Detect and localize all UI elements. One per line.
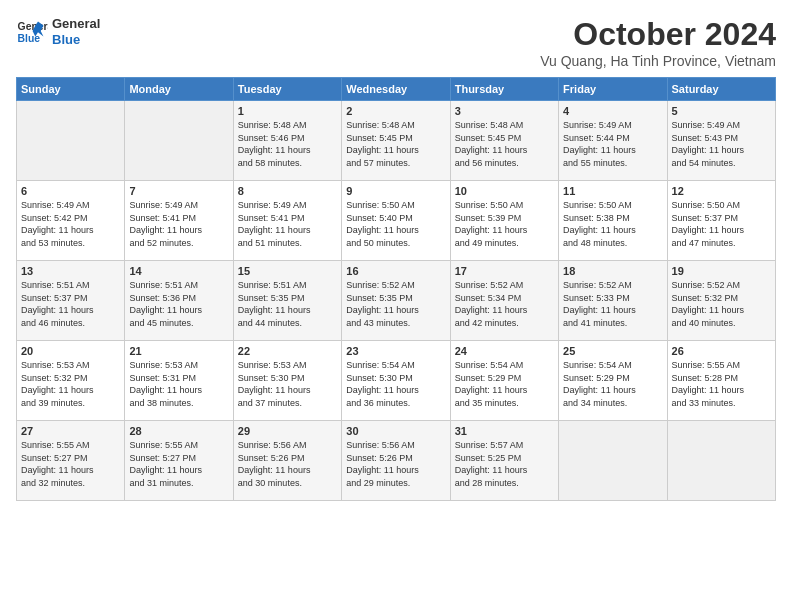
day-info: Sunrise: 5:49 AM Sunset: 5:43 PM Dayligh… [672, 119, 771, 169]
calendar-cell: 11Sunrise: 5:50 AM Sunset: 5:38 PM Dayli… [559, 181, 667, 261]
weekday-header-saturday: Saturday [667, 78, 775, 101]
calendar-cell: 29Sunrise: 5:56 AM Sunset: 5:26 PM Dayli… [233, 421, 341, 501]
logo-blue: Blue [52, 32, 100, 48]
calendar-cell: 9Sunrise: 5:50 AM Sunset: 5:40 PM Daylig… [342, 181, 450, 261]
svg-text:Blue: Blue [18, 33, 41, 44]
day-number: 16 [346, 265, 445, 277]
day-number: 14 [129, 265, 228, 277]
calendar-cell: 19Sunrise: 5:52 AM Sunset: 5:32 PM Dayli… [667, 261, 775, 341]
weekday-header-wednesday: Wednesday [342, 78, 450, 101]
day-info: Sunrise: 5:50 AM Sunset: 5:39 PM Dayligh… [455, 199, 554, 249]
day-number: 24 [455, 345, 554, 357]
calendar-week-2: 6Sunrise: 5:49 AM Sunset: 5:42 PM Daylig… [17, 181, 776, 261]
day-number: 29 [238, 425, 337, 437]
calendar-week-3: 13Sunrise: 5:51 AM Sunset: 5:37 PM Dayli… [17, 261, 776, 341]
weekday-header-sunday: Sunday [17, 78, 125, 101]
day-number: 10 [455, 185, 554, 197]
day-info: Sunrise: 5:52 AM Sunset: 5:32 PM Dayligh… [672, 279, 771, 329]
day-info: Sunrise: 5:50 AM Sunset: 5:40 PM Dayligh… [346, 199, 445, 249]
day-number: 26 [672, 345, 771, 357]
day-number: 30 [346, 425, 445, 437]
calendar-cell: 2Sunrise: 5:48 AM Sunset: 5:45 PM Daylig… [342, 101, 450, 181]
day-info: Sunrise: 5:57 AM Sunset: 5:25 PM Dayligh… [455, 439, 554, 489]
day-info: Sunrise: 5:55 AM Sunset: 5:28 PM Dayligh… [672, 359, 771, 409]
day-number: 7 [129, 185, 228, 197]
page-header: General Blue General Blue October 2024 V… [16, 16, 776, 69]
calendar-cell: 22Sunrise: 5:53 AM Sunset: 5:30 PM Dayli… [233, 341, 341, 421]
day-info: Sunrise: 5:54 AM Sunset: 5:29 PM Dayligh… [563, 359, 662, 409]
calendar-cell: 8Sunrise: 5:49 AM Sunset: 5:41 PM Daylig… [233, 181, 341, 261]
day-info: Sunrise: 5:49 AM Sunset: 5:44 PM Dayligh… [563, 119, 662, 169]
logo-general: General [52, 16, 100, 32]
day-info: Sunrise: 5:48 AM Sunset: 5:45 PM Dayligh… [455, 119, 554, 169]
day-number: 11 [563, 185, 662, 197]
calendar-cell [17, 101, 125, 181]
calendar-cell: 16Sunrise: 5:52 AM Sunset: 5:35 PM Dayli… [342, 261, 450, 341]
day-number: 8 [238, 185, 337, 197]
calendar-cell: 1Sunrise: 5:48 AM Sunset: 5:46 PM Daylig… [233, 101, 341, 181]
weekday-header-friday: Friday [559, 78, 667, 101]
calendar-cell: 5Sunrise: 5:49 AM Sunset: 5:43 PM Daylig… [667, 101, 775, 181]
weekday-header-thursday: Thursday [450, 78, 558, 101]
day-info: Sunrise: 5:49 AM Sunset: 5:41 PM Dayligh… [129, 199, 228, 249]
day-info: Sunrise: 5:54 AM Sunset: 5:29 PM Dayligh… [455, 359, 554, 409]
calendar-cell: 4Sunrise: 5:49 AM Sunset: 5:44 PM Daylig… [559, 101, 667, 181]
calendar-cell [125, 101, 233, 181]
day-number: 19 [672, 265, 771, 277]
day-number: 1 [238, 105, 337, 117]
calendar-cell: 3Sunrise: 5:48 AM Sunset: 5:45 PM Daylig… [450, 101, 558, 181]
day-info: Sunrise: 5:52 AM Sunset: 5:33 PM Dayligh… [563, 279, 662, 329]
day-info: Sunrise: 5:50 AM Sunset: 5:37 PM Dayligh… [672, 199, 771, 249]
day-info: Sunrise: 5:53 AM Sunset: 5:32 PM Dayligh… [21, 359, 120, 409]
day-info: Sunrise: 5:56 AM Sunset: 5:26 PM Dayligh… [346, 439, 445, 489]
day-info: Sunrise: 5:53 AM Sunset: 5:30 PM Dayligh… [238, 359, 337, 409]
calendar-cell: 25Sunrise: 5:54 AM Sunset: 5:29 PM Dayli… [559, 341, 667, 421]
day-info: Sunrise: 5:49 AM Sunset: 5:41 PM Dayligh… [238, 199, 337, 249]
calendar-cell [559, 421, 667, 501]
calendar-cell: 21Sunrise: 5:53 AM Sunset: 5:31 PM Dayli… [125, 341, 233, 421]
weekday-header-row: SundayMondayTuesdayWednesdayThursdayFrid… [17, 78, 776, 101]
calendar-cell: 31Sunrise: 5:57 AM Sunset: 5:25 PM Dayli… [450, 421, 558, 501]
day-info: Sunrise: 5:54 AM Sunset: 5:30 PM Dayligh… [346, 359, 445, 409]
location: Vu Quang, Ha Tinh Province, Vietnam [540, 53, 776, 69]
calendar-cell: 7Sunrise: 5:49 AM Sunset: 5:41 PM Daylig… [125, 181, 233, 261]
day-number: 6 [21, 185, 120, 197]
weekday-header-tuesday: Tuesday [233, 78, 341, 101]
calendar-cell: 15Sunrise: 5:51 AM Sunset: 5:35 PM Dayli… [233, 261, 341, 341]
calendar-cell: 18Sunrise: 5:52 AM Sunset: 5:33 PM Dayli… [559, 261, 667, 341]
day-number: 25 [563, 345, 662, 357]
calendar-cell [667, 421, 775, 501]
calendar-cell: 14Sunrise: 5:51 AM Sunset: 5:36 PM Dayli… [125, 261, 233, 341]
day-info: Sunrise: 5:50 AM Sunset: 5:38 PM Dayligh… [563, 199, 662, 249]
day-info: Sunrise: 5:52 AM Sunset: 5:34 PM Dayligh… [455, 279, 554, 329]
title-block: October 2024 Vu Quang, Ha Tinh Province,… [540, 16, 776, 69]
day-number: 4 [563, 105, 662, 117]
day-info: Sunrise: 5:53 AM Sunset: 5:31 PM Dayligh… [129, 359, 228, 409]
calendar-cell: 30Sunrise: 5:56 AM Sunset: 5:26 PM Dayli… [342, 421, 450, 501]
calendar-cell: 20Sunrise: 5:53 AM Sunset: 5:32 PM Dayli… [17, 341, 125, 421]
day-info: Sunrise: 5:51 AM Sunset: 5:35 PM Dayligh… [238, 279, 337, 329]
day-info: Sunrise: 5:48 AM Sunset: 5:46 PM Dayligh… [238, 119, 337, 169]
calendar-table: SundayMondayTuesdayWednesdayThursdayFrid… [16, 77, 776, 501]
calendar-cell: 24Sunrise: 5:54 AM Sunset: 5:29 PM Dayli… [450, 341, 558, 421]
calendar-cell: 17Sunrise: 5:52 AM Sunset: 5:34 PM Dayli… [450, 261, 558, 341]
day-number: 9 [346, 185, 445, 197]
day-number: 23 [346, 345, 445, 357]
calendar-cell: 26Sunrise: 5:55 AM Sunset: 5:28 PM Dayli… [667, 341, 775, 421]
calendar-week-5: 27Sunrise: 5:55 AM Sunset: 5:27 PM Dayli… [17, 421, 776, 501]
calendar-cell: 28Sunrise: 5:55 AM Sunset: 5:27 PM Dayli… [125, 421, 233, 501]
day-info: Sunrise: 5:56 AM Sunset: 5:26 PM Dayligh… [238, 439, 337, 489]
day-number: 21 [129, 345, 228, 357]
day-number: 5 [672, 105, 771, 117]
day-info: Sunrise: 5:48 AM Sunset: 5:45 PM Dayligh… [346, 119, 445, 169]
day-number: 12 [672, 185, 771, 197]
day-number: 27 [21, 425, 120, 437]
day-number: 2 [346, 105, 445, 117]
logo: General Blue General Blue [16, 16, 100, 48]
day-number: 3 [455, 105, 554, 117]
calendar-cell: 6Sunrise: 5:49 AM Sunset: 5:42 PM Daylig… [17, 181, 125, 261]
day-number: 18 [563, 265, 662, 277]
day-number: 22 [238, 345, 337, 357]
day-number: 17 [455, 265, 554, 277]
calendar-cell: 13Sunrise: 5:51 AM Sunset: 5:37 PM Dayli… [17, 261, 125, 341]
